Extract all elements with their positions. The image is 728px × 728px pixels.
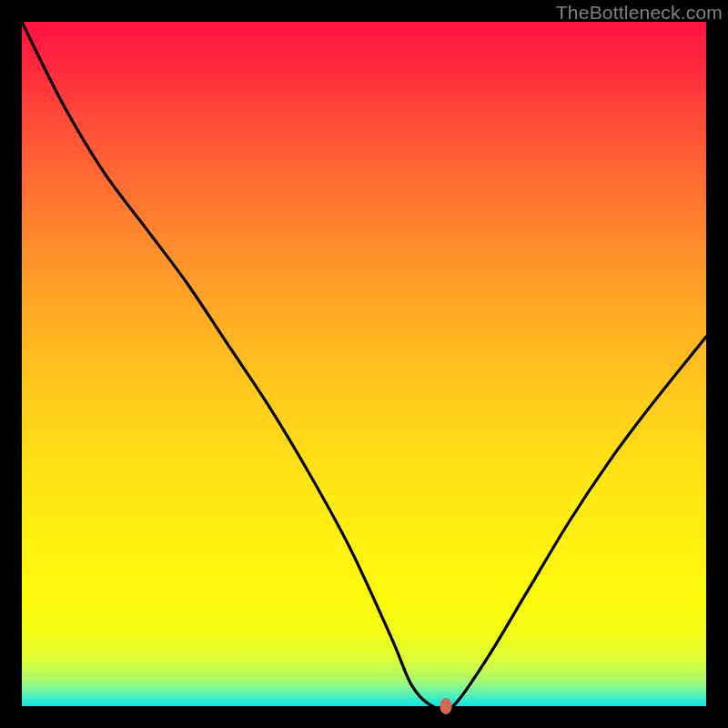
minimum-marker xyxy=(440,698,452,714)
bottleneck-curve-path xyxy=(22,22,706,706)
watermark-text: TheBottleneck.com xyxy=(556,2,723,24)
chart-frame: TheBottleneck.com xyxy=(0,0,728,728)
plot-area xyxy=(22,22,706,706)
curve-svg xyxy=(22,22,706,706)
